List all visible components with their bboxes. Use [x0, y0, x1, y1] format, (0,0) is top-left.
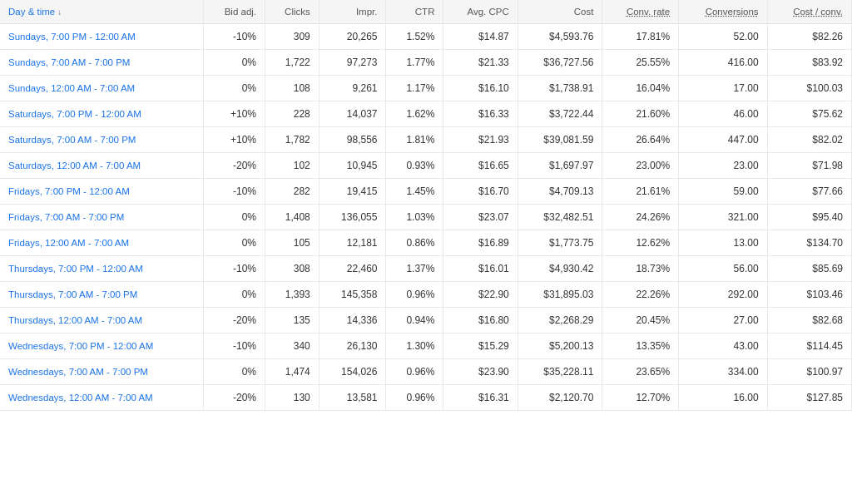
cell-bid_adj: +10%	[203, 101, 265, 127]
cell-day_time: Fridays, 7:00 PM - 12:00 AM	[0, 179, 203, 205]
cell-conversions: 447.00	[679, 127, 767, 153]
cell-bid_adj: 0%	[203, 282, 265, 308]
cell-ctr: 1.30%	[386, 334, 443, 359]
cell-conv_rate: 25.55%	[602, 50, 679, 76]
cell-ctr: 0.96%	[386, 282, 443, 308]
cell-cost: $35,228.11	[518, 359, 602, 385]
cell-day_time: Saturdays, 12:00 AM - 7:00 AM	[0, 153, 203, 179]
cell-conversions: 52.00	[679, 24, 767, 50]
cell-conversions: 43.00	[679, 334, 767, 359]
cell-conv_rate: 23.00%	[602, 153, 679, 179]
cell-ctr: 0.96%	[386, 359, 443, 385]
cell-impr: 10,945	[319, 153, 386, 179]
table-row: Fridays, 7:00 PM - 12:00 AM-10%28219,415…	[0, 179, 852, 205]
cell-ctr: 0.86%	[386, 230, 443, 256]
column-header-conversions[interactable]: Conversions	[679, 0, 767, 24]
cell-avg_cpc: $16.80	[443, 308, 518, 334]
cell-clicks: 102	[265, 153, 320, 179]
cell-clicks: 135	[265, 308, 320, 334]
cell-clicks: 308	[265, 256, 320, 282]
cell-impr: 19,415	[319, 179, 386, 205]
cell-bid_adj: -10%	[203, 334, 265, 359]
cell-clicks: 1,408	[265, 205, 320, 230]
cell-clicks: 1,393	[265, 282, 320, 308]
table-row: Saturdays, 7:00 AM - 7:00 PM+10%1,78298,…	[0, 127, 852, 153]
column-header-bid_adj[interactable]: Bid adj.	[203, 0, 265, 24]
cell-day_time: Thursdays, 12:00 AM - 7:00 AM	[0, 308, 203, 334]
cell-clicks: 282	[265, 179, 320, 205]
column-header-cost[interactable]: Cost	[518, 0, 602, 24]
cell-impr: 13,581	[319, 385, 386, 411]
cell-bid_adj: -20%	[203, 153, 265, 179]
cell-ctr: 1.17%	[386, 76, 443, 101]
cell-conversions: 59.00	[679, 179, 767, 205]
cell-avg_cpc: $16.70	[443, 179, 518, 205]
table-row: Thursdays, 7:00 AM - 7:00 PM0%1,393145,3…	[0, 282, 852, 308]
cell-impr: 14,336	[319, 308, 386, 334]
cell-cost: $1,773.75	[518, 230, 602, 256]
column-header-conv_rate[interactable]: Conv. rate	[602, 0, 679, 24]
table-row: Saturdays, 12:00 AM - 7:00 AM-20%10210,9…	[0, 153, 852, 179]
cell-impr: 12,181	[319, 230, 386, 256]
cell-conversions: 292.00	[679, 282, 767, 308]
cell-conv_rate: 22.26%	[602, 282, 679, 308]
column-header-impr[interactable]: Impr.	[319, 0, 386, 24]
cell-clicks: 105	[265, 230, 320, 256]
cell-cost_per_conv: $77.66	[767, 179, 851, 205]
cell-conv_rate: 12.70%	[602, 385, 679, 411]
table-row: Sundays, 7:00 PM - 12:00 AM-10%30920,265…	[0, 24, 852, 50]
cell-cost_per_conv: $82.26	[767, 24, 851, 50]
cell-cost: $4,593.76	[518, 24, 602, 50]
cell-conv_rate: 24.26%	[602, 205, 679, 230]
table-row: Fridays, 7:00 AM - 7:00 PM0%1,408136,055…	[0, 205, 852, 230]
cell-cost_per_conv: $103.46	[767, 282, 851, 308]
cell-conversions: 416.00	[679, 50, 767, 76]
table-row: Thursdays, 7:00 PM - 12:00 AM-10%30822,4…	[0, 256, 852, 282]
cell-conv_rate: 18.73%	[602, 256, 679, 282]
cell-day_time: Saturdays, 7:00 AM - 7:00 PM	[0, 127, 203, 153]
cell-conv_rate: 26.64%	[602, 127, 679, 153]
cell-impr: 9,261	[319, 76, 386, 101]
cell-bid_adj: -20%	[203, 385, 265, 411]
cell-conversions: 46.00	[679, 101, 767, 127]
cell-clicks: 1,722	[265, 50, 320, 76]
cell-conversions: 16.00	[679, 385, 767, 411]
cell-bid_adj: 0%	[203, 230, 265, 256]
cell-cost: $31,895.03	[518, 282, 602, 308]
cell-clicks: 340	[265, 334, 320, 359]
cell-day_time: Sundays, 12:00 AM - 7:00 AM	[0, 76, 203, 101]
column-header-clicks[interactable]: Clicks	[265, 0, 320, 24]
table-row: Fridays, 12:00 AM - 7:00 AM0%10512,1810.…	[0, 230, 852, 256]
cell-ctr: 1.52%	[386, 24, 443, 50]
cell-cost: $1,697.97	[518, 153, 602, 179]
cell-cost_per_conv: $82.02	[767, 127, 851, 153]
cell-cost_per_conv: $127.85	[767, 385, 851, 411]
cell-avg_cpc: $16.33	[443, 101, 518, 127]
cell-ctr: 0.93%	[386, 153, 443, 179]
cell-impr: 97,273	[319, 50, 386, 76]
cell-ctr: 1.62%	[386, 101, 443, 127]
cell-impr: 98,556	[319, 127, 386, 153]
table-body: Sundays, 7:00 PM - 12:00 AM-10%30920,265…	[0, 24, 852, 411]
cell-clicks: 108	[265, 76, 320, 101]
cell-conv_rate: 17.81%	[602, 24, 679, 50]
cell-cost: $2,268.29	[518, 308, 602, 334]
data-table: Day & time↓Bid adj.ClicksImpr.CTRAvg. CP…	[0, 0, 852, 411]
table-row: Sundays, 7:00 AM - 7:00 PM0%1,72297,2731…	[0, 50, 852, 76]
cell-clicks: 228	[265, 101, 320, 127]
table-row: Wednesdays, 12:00 AM - 7:00 AM-20%13013,…	[0, 385, 852, 411]
cell-cost_per_conv: $85.69	[767, 256, 851, 282]
column-header-day_time[interactable]: Day & time↓	[0, 0, 203, 24]
table-header-row: Day & time↓Bid adj.ClicksImpr.CTRAvg. CP…	[0, 0, 852, 24]
column-header-avg_cpc[interactable]: Avg. CPC	[443, 0, 518, 24]
table-row: Sundays, 12:00 AM - 7:00 AM0%1089,2611.1…	[0, 76, 852, 101]
cell-conversions: 56.00	[679, 256, 767, 282]
cell-impr: 14,037	[319, 101, 386, 127]
cell-avg_cpc: $16.65	[443, 153, 518, 179]
cell-avg_cpc: $16.01	[443, 256, 518, 282]
column-header-ctr[interactable]: CTR	[386, 0, 443, 24]
column-header-cost_per_conv[interactable]: Cost / conv.	[767, 0, 851, 24]
table-row: Saturdays, 7:00 PM - 12:00 AM+10%22814,0…	[0, 101, 852, 127]
cell-cost: $36,727.56	[518, 50, 602, 76]
cell-clicks: 1,474	[265, 359, 320, 385]
